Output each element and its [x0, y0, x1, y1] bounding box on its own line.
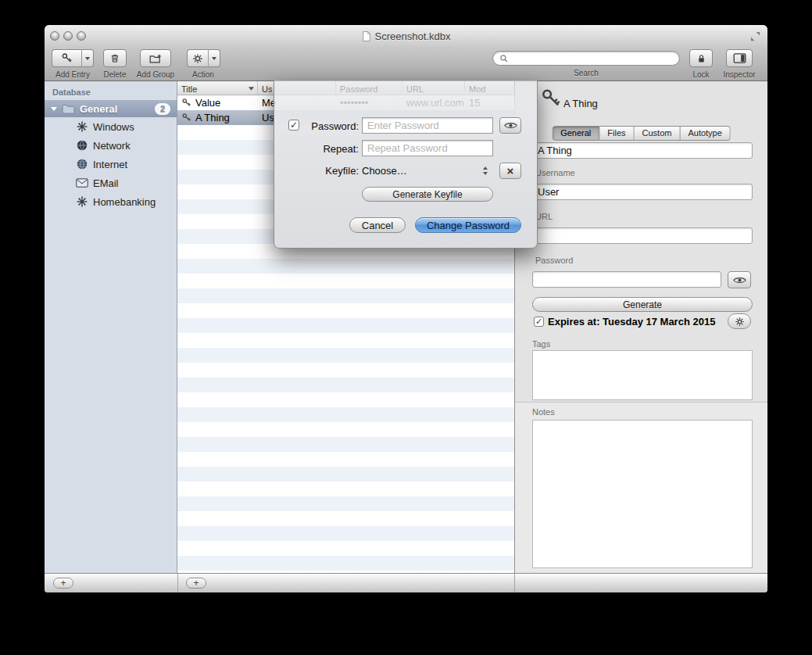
delete-label: Delete [99, 70, 131, 79]
lock-button[interactable] [689, 49, 713, 67]
popup-stepper-icon [482, 166, 488, 176]
key-icon [181, 113, 191, 123]
tab-general[interactable]: General [552, 126, 599, 141]
window-header: Screenshot.kdbx Add Entry [45, 25, 767, 81]
sidebar-group-general[interactable]: General 2 [45, 100, 177, 117]
add-group-plus-button[interactable]: + [53, 578, 73, 589]
add-entry-label: Add Entry [52, 70, 94, 79]
key-icon [181, 98, 191, 108]
action-button[interactable] [187, 49, 208, 67]
sidebar-item-network[interactable]: Network [45, 136, 177, 155]
tab-custom[interactable]: Custom [635, 126, 681, 141]
gear-icon [76, 120, 88, 133]
close-icon: × [507, 164, 514, 177]
disclosure-triangle-icon[interactable] [51, 107, 57, 111]
document-icon [362, 30, 371, 42]
key-icon [61, 52, 73, 64]
generate-password-button[interactable]: Generate [532, 297, 753, 312]
generate-keyfile-button[interactable]: Generate Keyfile [362, 187, 493, 202]
search-icon [499, 54, 509, 63]
add-group-group: Add Group [134, 49, 177, 79]
chevron-down-icon [212, 57, 216, 60]
fullscreen-icon[interactable] [749, 30, 761, 42]
lock-group: Lock [687, 49, 715, 79]
divider [177, 574, 178, 592]
eye-icon [504, 121, 517, 130]
key-icon [540, 88, 562, 109]
desktop-background: Screenshot.kdbx Add Entry [0, 0, 812, 655]
sidebar-item-homebanking[interactable]: Homebanking [45, 192, 177, 211]
sidebar-item-email[interactable]: EMail [45, 174, 177, 192]
change-password-sheet: ✓ Password: Repeat: Keyfile: Choose… × G… [274, 81, 538, 249]
add-group-label: Add Group [134, 70, 177, 79]
sidebar-item-label: Windows [93, 121, 134, 133]
expires-options-button[interactable] [728, 313, 751, 329]
search-input[interactable] [512, 52, 673, 65]
bottom-bar: + + [45, 573, 767, 592]
divider [514, 574, 515, 592]
gear-icon [192, 53, 203, 64]
entry-title: Value [195, 95, 220, 110]
reveal-dialog-password-button[interactable] [499, 117, 521, 134]
expires-label: Expires at: Tuesday 17 March 2015 [548, 316, 715, 328]
search-label: Search [492, 69, 680, 77]
add-group-button[interactable] [140, 49, 171, 67]
action-menu-button[interactable] [208, 49, 220, 67]
inspector-toggle-button[interactable] [726, 49, 753, 67]
inspector-label: Inspector [718, 70, 760, 79]
dialog-password-input[interactable] [362, 117, 493, 134]
add-entry-menu-button[interactable] [81, 49, 94, 67]
inspector-tabs: General Files Custom Autotype [552, 126, 731, 141]
keyfile-popup-button[interactable]: Choose… [362, 163, 493, 179]
add-entry-plus-button[interactable]: + [186, 578, 206, 589]
expires-checkbox[interactable]: ✓ [534, 317, 544, 327]
password-label: Password [535, 256, 573, 265]
title-field[interactable] [532, 142, 753, 159]
delete-group: Delete [99, 49, 131, 79]
username-field[interactable] [532, 184, 753, 200]
action-label: Action [186, 70, 220, 79]
entry-count-badge: 2 [155, 103, 170, 115]
internet-globe-icon [76, 158, 88, 170]
lock-icon [696, 53, 706, 64]
url-field[interactable] [532, 227, 753, 244]
sidebar-item-label: Internet [93, 159, 127, 170]
inspector-panel: A Thing General Files Custom Autotype Us… [514, 81, 767, 573]
sidebar-item-label: Network [93, 140, 131, 152]
sidebar-item-internet[interactable]: Internet [45, 155, 177, 174]
dialog-repeat-input[interactable] [362, 140, 493, 156]
clear-keyfile-button[interactable]: × [499, 163, 521, 179]
password-field[interactable] [532, 271, 721, 288]
inspector-panel-icon [733, 53, 746, 63]
reveal-password-button[interactable] [728, 271, 751, 288]
notes-field[interactable] [532, 420, 753, 568]
network-globe-icon [76, 139, 88, 152]
dialog-password-label: Password: [298, 120, 359, 132]
search-field[interactable] [492, 51, 680, 66]
delete-button[interactable] [103, 49, 127, 67]
folder-icon [62, 104, 75, 114]
trash-icon [109, 52, 120, 64]
lock-label: Lock [687, 70, 715, 79]
eye-icon [733, 276, 746, 285]
tab-autotype[interactable]: Autotype [680, 126, 730, 141]
column-header-title[interactable]: Title [177, 81, 258, 95]
keyfile-popup-value: Choose… [362, 165, 407, 177]
add-entry-group: Add Entry [52, 49, 94, 79]
sidebar-group-label: General [80, 103, 117, 115]
sidebar-item-label: EMail [93, 177, 119, 189]
search-group: Search [492, 51, 680, 77]
sort-indicator-icon [249, 87, 254, 91]
cancel-button[interactable]: Cancel [349, 217, 406, 233]
tags-field[interactable] [532, 350, 753, 400]
inspector-entry-title: A Thing [563, 98, 598, 109]
sidebar-item-windows[interactable]: Windows [45, 117, 177, 136]
url-label: URL [535, 212, 553, 221]
tab-files[interactable]: Files [599, 126, 634, 141]
app-window: Screenshot.kdbx Add Entry [45, 25, 767, 592]
dialog-keyfile-label: Keyfile: [298, 165, 359, 177]
add-entry-button[interactable] [52, 49, 81, 67]
checkmark-icon: ✓ [535, 317, 542, 327]
sidebar-item-label: Homebanking [93, 196, 156, 208]
change-password-button[interactable]: Change Password [415, 217, 521, 233]
